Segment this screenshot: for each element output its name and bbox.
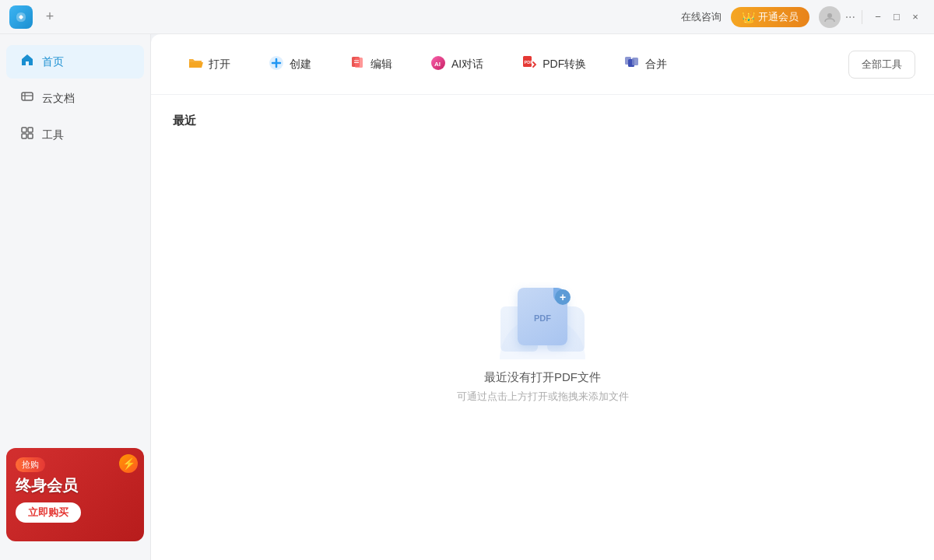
sidebar: 首页 云文档 工具 xyxy=(0,34,151,560)
svg-rect-2 xyxy=(22,93,33,100)
ai-icon: AI xyxy=(430,54,447,74)
svg-rect-7 xyxy=(22,134,26,138)
edit-button[interactable]: 编辑 xyxy=(332,47,409,82)
promo-star-icon: ⚡ xyxy=(119,454,138,473)
ai-button[interactable]: AI AI对话 xyxy=(413,47,500,82)
content-area: 打开 创建 xyxy=(151,34,934,560)
pdf-convert-label: PDF转换 xyxy=(542,58,586,72)
merge-button[interactable]: 合并 xyxy=(606,47,684,82)
open-label: 打开 xyxy=(209,58,230,72)
avatar[interactable] xyxy=(819,6,841,28)
promo-buy-btn[interactable]: 立即购买 xyxy=(16,502,81,523)
promo-title: 终身会员 xyxy=(16,475,135,496)
promo-content: ⚡ 抢购 终身会员 立即购买 xyxy=(6,448,144,532)
svg-rect-8 xyxy=(28,134,33,138)
recent-section: 最近 PDF + 最近没有打开PDF文件 xyxy=(151,95,934,560)
promo-banner[interactable]: ⚡ 抢购 终身会员 立即购买 xyxy=(6,448,144,541)
svg-rect-22 xyxy=(632,58,638,65)
svg-text:PDF: PDF xyxy=(534,313,551,323)
svg-text:PDF: PDF xyxy=(525,60,534,65)
cloud-icon xyxy=(20,89,34,107)
svg-rect-6 xyxy=(28,128,33,132)
maximize-button[interactable]: □ xyxy=(887,8,906,26)
app-logo xyxy=(9,5,33,29)
vip-button[interactable]: 👑 开通会员 xyxy=(731,7,809,27)
more-options-button[interactable]: ··· xyxy=(845,10,855,24)
empty-sub-text: 可通过点击上方打开或拖拽来添加文件 xyxy=(457,390,629,404)
svg-text:AI: AI xyxy=(434,61,441,68)
edit-label: 编辑 xyxy=(370,58,392,72)
main-layout: 首页 云文档 工具 xyxy=(0,34,934,560)
plus-icon: + xyxy=(555,289,571,305)
empty-icon: PDF + xyxy=(496,282,589,359)
tools-icon xyxy=(20,126,34,144)
create-label: 创建 xyxy=(290,58,311,72)
minimize-button[interactable]: − xyxy=(869,8,887,26)
consult-link[interactable]: 在线咨询 xyxy=(681,10,722,24)
pdf-convert-button[interactable]: PDF PDF转换 xyxy=(504,47,603,82)
create-icon xyxy=(268,54,285,74)
empty-main-text: 最近没有打开PDF文件 xyxy=(484,370,601,385)
merge-label: 合并 xyxy=(645,58,667,72)
pdf-icon: PDF xyxy=(521,54,538,74)
crown-icon: 👑 xyxy=(742,11,755,23)
titlebar-divider xyxy=(862,10,862,24)
close-button[interactable]: × xyxy=(906,8,925,26)
sidebar-item-home[interactable]: 首页 xyxy=(6,45,144,79)
sidebar-item-home-label: 首页 xyxy=(42,55,64,69)
recent-title: 最近 xyxy=(173,114,912,128)
svg-point-0 xyxy=(19,16,23,19)
open-icon xyxy=(187,54,204,74)
merge-icon xyxy=(623,54,641,74)
home-icon xyxy=(20,53,34,71)
sidebar-item-tools[interactable]: 工具 xyxy=(6,118,144,152)
all-tools-button[interactable]: 全部工具 xyxy=(848,51,915,79)
edit-icon xyxy=(349,54,366,74)
ai-label: AI对话 xyxy=(451,58,483,72)
sidebar-item-tools-label: 工具 xyxy=(42,128,64,142)
toolbar: 打开 创建 xyxy=(151,34,934,95)
sidebar-item-cloud[interactable]: 云文档 xyxy=(6,82,144,115)
new-tab-button[interactable]: + xyxy=(39,6,61,28)
open-button[interactable]: 打开 xyxy=(170,47,248,82)
promo-badge: 抢购 xyxy=(16,457,45,472)
empty-state: PDF + 最近没有打开PDF文件 可通过点击上方打开或拖拽来添加文件 xyxy=(173,144,912,541)
sidebar-item-cloud-label: 云文档 xyxy=(42,92,75,106)
svg-point-1 xyxy=(827,13,832,18)
svg-rect-5 xyxy=(22,128,26,132)
main-pdf-icon: PDF + xyxy=(518,288,567,345)
titlebar: + 在线咨询 👑 开通会员 ··· − □ × xyxy=(0,0,934,34)
create-button[interactable]: 创建 xyxy=(251,47,328,82)
